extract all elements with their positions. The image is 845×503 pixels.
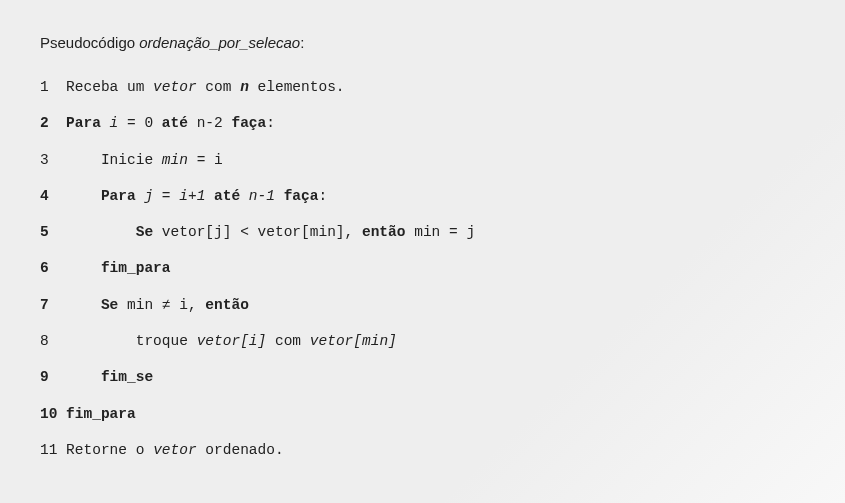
code-line: 8 troque vetor[i] com vetor[min] [40, 331, 805, 351]
code-segment: n [240, 79, 249, 95]
line-number: 5 [40, 222, 57, 242]
code-segment: fim_se [101, 369, 153, 385]
code-line: 11 Retorne o vetor ordenado. [40, 440, 805, 460]
code-segment: Se [101, 297, 118, 313]
code-segment: = [153, 188, 179, 204]
line-number: 9 [40, 367, 57, 387]
code-segment: troque [136, 333, 197, 349]
code-line: 2 Para i = 0 até n-2 faça: [40, 113, 805, 133]
code-segment: = i [188, 152, 223, 168]
code-segment: ordenado. [197, 442, 284, 458]
code-segment: fim_para [101, 260, 171, 276]
code-segment: vetor [153, 79, 197, 95]
code-segment: : [318, 188, 327, 204]
code-segment: n-1 [249, 188, 275, 204]
code-segment: Retorne o [66, 442, 153, 458]
code-segment: i+1 [179, 188, 205, 204]
code-segment: então [362, 224, 406, 240]
pseudocode-title: Pseudocódigo ordenação_por_selecao: [40, 32, 805, 53]
code-segment: até [162, 115, 188, 131]
code-segment: Para [101, 188, 136, 204]
title-name: ordenação_por_selecao [139, 34, 300, 51]
code-segment: vetor[min] [310, 333, 397, 349]
code-line: 10 fim_para [40, 404, 805, 424]
code-segment: n-2 [188, 115, 232, 131]
line-number: 3 [40, 150, 57, 170]
code-segment: = 0 [118, 115, 162, 131]
code-segment: Se [136, 224, 153, 240]
code-line: 7 Se min ≠ i, então [40, 295, 805, 315]
code-segment: min = j [405, 224, 475, 240]
code-segment: : [266, 115, 275, 131]
code-segment: Inicie [101, 152, 162, 168]
code-line: 1 Receba um vetor com n elementos. [40, 77, 805, 97]
code-segment: vetor[i] [197, 333, 267, 349]
line-number: 4 [40, 186, 57, 206]
code-segment: i [110, 115, 119, 131]
code-segment: min [162, 152, 188, 168]
code-segment: faça [284, 188, 319, 204]
line-number: 6 [40, 258, 57, 278]
line-number: 2 [40, 113, 57, 133]
code-segment: faça [231, 115, 266, 131]
code-segment [101, 115, 110, 131]
code-line: 9 fim_se [40, 367, 805, 387]
code-segment: com [197, 79, 241, 95]
code-segment: elementos. [249, 79, 345, 95]
pseudocode-block: 1 Receba um vetor com n elementos.2 Para… [40, 77, 805, 460]
code-line: 6 fim_para [40, 258, 805, 278]
line-number: 8 [40, 331, 57, 351]
code-segment: até [214, 188, 240, 204]
code-segment [240, 188, 249, 204]
code-segment: fim_para [66, 406, 136, 422]
line-number: 10 [40, 404, 57, 424]
code-segment: j [144, 188, 153, 204]
code-segment [275, 188, 284, 204]
line-number: 7 [40, 295, 57, 315]
title-suffix: : [300, 34, 304, 51]
code-line: 5 Se vetor[j] < vetor[min], então min = … [40, 222, 805, 242]
code-segment: vetor [153, 442, 197, 458]
code-segment: com [266, 333, 310, 349]
code-segment: então [205, 297, 249, 313]
code-line: 4 Para j = i+1 até n-1 faça: [40, 186, 805, 206]
code-line: 3 Inicie min = i [40, 150, 805, 170]
line-number: 11 [40, 440, 57, 460]
code-segment: Receba um [66, 79, 153, 95]
code-segment [205, 188, 214, 204]
line-number: 1 [40, 77, 57, 97]
code-segment: min ≠ i, [118, 297, 205, 313]
code-segment: Para [66, 115, 101, 131]
title-prefix: Pseudocódigo [40, 34, 139, 51]
code-segment: vetor[j] < vetor[min], [153, 224, 362, 240]
